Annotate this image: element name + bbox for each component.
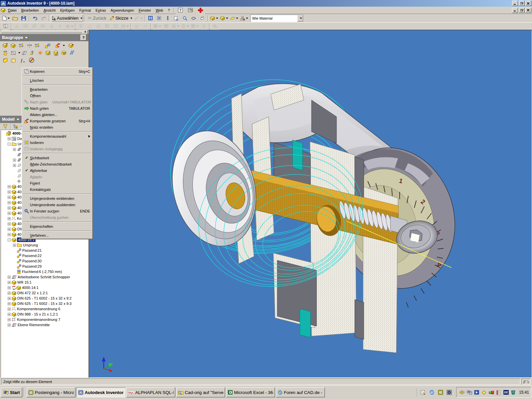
menubar-item[interactable]: Ansicht — [41, 7, 58, 13]
task-button[interactable]: eForen auf CAD.de - Neue... — [276, 387, 325, 397]
chevron-down-icon[interactable] — [297, 15, 303, 22]
look-at-button[interactable] — [198, 15, 206, 22]
tree-row[interactable]: +DIN 472 32 x 1.2:1 — [8, 290, 48, 296]
tray-diamond-icon[interactable] — [481, 389, 487, 395]
chevron-down-icon[interactable] — [80, 18, 82, 19]
rotate-component-button[interactable] — [1, 49, 9, 57]
tree-row[interactable] — [13, 179, 22, 184]
tree-row[interactable]: Fluchtend:6 (-2,750 mm) — [13, 269, 62, 274]
context-menu-item[interactable]: iMate-Zeichensichtbarkeit — [22, 161, 92, 167]
tree-expand-box[interactable]: + — [8, 196, 11, 199]
menubar-item[interactable]: Einfügen — [58, 7, 77, 13]
tree-row[interactable] — [13, 152, 23, 157]
menubar-item[interactable]: Extras — [93, 7, 108, 13]
new-button[interactable] — [2, 15, 10, 22]
revolve-button[interactable] — [52, 49, 60, 57]
tree-row[interactable]: +DIN — [8, 226, 24, 232]
g2-button[interactable] — [39, 23, 47, 30]
tree-expand-box[interactable]: + — [8, 233, 11, 236]
tree-expand-box[interactable]: + — [8, 292, 11, 295]
chevron-down-icon[interactable] — [187, 26, 189, 27]
tree-row[interactable]: +Komponentenanordnung 6 — [8, 306, 60, 312]
context-menu-item[interactable]: Fixiert — [22, 180, 92, 186]
quick-launch-button[interactable] — [437, 388, 445, 396]
tree-expand-box[interactable]: + — [13, 244, 16, 247]
g16-button[interactable] — [162, 23, 170, 30]
viewport-canvas[interactable]: 1 2 3 4 — [89, 30, 532, 378]
parameters-button[interactable]: fx — [20, 57, 28, 64]
tray-play-icon[interactable] — [474, 389, 480, 395]
filter-button[interactable] — [1, 123, 9, 130]
tree-row[interactable]: + — [13, 157, 23, 163]
tree-row[interactable]: + — [13, 147, 23, 152]
tree-row[interactable]: +DIN 625 - T1 6002 - 15 x 32 x 9:2 — [8, 296, 71, 301]
tree-expand-box[interactable]: + — [8, 185, 11, 188]
zoom-window-button[interactable] — [155, 15, 163, 22]
material-combo[interactable]: Wie Material — [250, 15, 304, 22]
open-button[interactable] — [11, 15, 19, 22]
tree-row[interactable]: Passend:21 — [13, 248, 42, 253]
context-menu-item[interactable]: Untergeordnete ausblenden — [22, 201, 92, 208]
chevron-down-icon[interactable] — [130, 18, 132, 19]
zoom-select-button[interactable] — [181, 15, 189, 22]
menubar-item[interactable]: Format — [77, 7, 93, 13]
camera-mode-button[interactable] — [219, 15, 229, 22]
context-menu-item[interactable]: iMates ableiten... — [22, 111, 92, 118]
g14-button[interactable] — [141, 23, 149, 30]
chevron-down-icon[interactable] — [226, 18, 228, 19]
tree-expand-box[interactable]: + — [8, 137, 11, 140]
extrude-button[interactable] — [44, 49, 52, 57]
place-component-button[interactable] — [1, 42, 9, 49]
chevron-down-icon[interactable] — [25, 37, 28, 39]
tree-row[interactable]: Passend:29 — [13, 264, 42, 269]
panel-help-button[interactable]: ? — [80, 35, 86, 41]
tree-row[interactable]: Passend:30 — [13, 258, 42, 264]
menubar-item[interactable]: Datei — [6, 7, 19, 13]
tree-row[interactable]: +Komponentenanordnung 7 — [8, 317, 60, 322]
g9-button[interactable] — [94, 23, 102, 30]
quick-launch-button[interactable]: e — [428, 388, 436, 396]
menubar-item[interactable]: Bearbeiten — [19, 7, 41, 13]
context-menu-item[interactable]: KopierenStrg+C — [22, 68, 92, 74]
keyboard-layout-indicator[interactable]: DE — [503, 390, 509, 395]
context-menu-item[interactable]: Kontaktssatz — [22, 186, 92, 193]
sweep-button[interactable] — [68, 49, 76, 57]
help-button[interactable]: ? — [176, 7, 185, 14]
chamfer-button[interactable] — [1, 57, 9, 64]
tray-book-icon[interactable]: ! — [496, 389, 502, 395]
context-menu-item[interactable]: Komponentenauswahl — [22, 133, 92, 139]
tray-net-icon[interactable] — [488, 389, 494, 395]
tree-expand-box[interactable]: + — [8, 276, 11, 279]
chevron-down-icon[interactable] — [159, 26, 161, 27]
context-menu-item[interactable]: Überschreibung suchen — [22, 214, 92, 220]
g4-button[interactable] — [48, 23, 56, 30]
chevron-down-icon[interactable] — [17, 119, 19, 120]
task-button[interactable]: Microsoft Excel - 3641.2.xls — [226, 387, 275, 397]
handbook-button[interactable] — [186, 7, 195, 14]
tree-expand-box[interactable]: - — [8, 143, 11, 146]
rotate-button[interactable] — [190, 15, 198, 22]
context-menu-item[interactable]: Isolieren — [22, 139, 92, 146]
g6-button[interactable] — [65, 23, 74, 30]
replace-component-button[interactable] — [54, 42, 62, 49]
panel-close-button[interactable]: x — [83, 30, 88, 34]
quick-launch-button[interactable] — [419, 388, 427, 396]
context-menu-item[interactable]: In Fenster suchenENDE — [22, 208, 92, 214]
chevron-down-icon[interactable] — [197, 26, 199, 27]
menubar-item[interactable]: Anwendungen — [108, 7, 136, 13]
tree-expand-box[interactable]: + — [8, 191, 11, 194]
chevron-down-icon[interactable] — [236, 18, 238, 19]
menubar-item[interactable]: Fenster — [136, 7, 153, 13]
g11-button[interactable] — [112, 23, 120, 30]
redo-button[interactable] — [40, 15, 48, 22]
tree-row[interactable]: +Arbeitsebene Schnitt Schnapper — [8, 274, 70, 280]
tray-speaker-icon[interactable] — [459, 389, 465, 395]
hole-button[interactable] — [60, 49, 68, 57]
g3-button[interactable] — [30, 23, 38, 30]
tree-row[interactable]: Passend:22 — [13, 253, 42, 258]
context-menu-item[interactable]: Untergeordnete einblenden — [22, 195, 92, 201]
g2-button[interactable] — [22, 23, 30, 30]
context-menu-item[interactable]: Isolieren rückgängig — [22, 146, 92, 152]
doc-minimize-button[interactable] — [512, 8, 518, 13]
tree-expand-box[interactable]: - — [8, 238, 11, 241]
